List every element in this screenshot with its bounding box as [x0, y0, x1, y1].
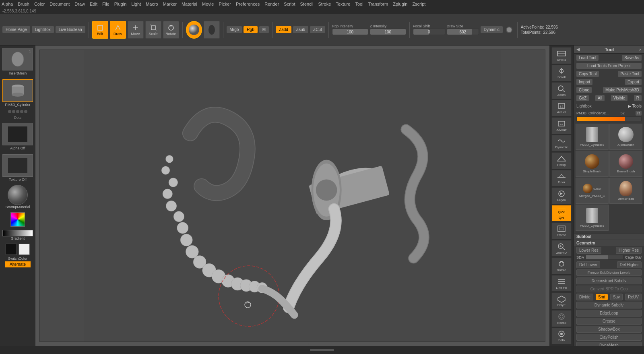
menu-draw[interactable]: Draw	[74, 2, 85, 6]
menu-tool[interactable]: Tool	[355, 2, 363, 6]
arrow-tools-label[interactable]: ▶ Tools	[628, 104, 642, 108]
menu-stroke[interactable]: Stroke	[318, 2, 331, 6]
reuv-button[interactable]: ReUV	[625, 294, 642, 300]
z-intensity-slider[interactable]: 100	[370, 29, 406, 35]
r2-button[interactable]: R	[636, 111, 642, 116]
shadowbox-button[interactable]: ShadowBox	[576, 326, 642, 333]
aahalf-button[interactable]: AA AAHalf	[551, 117, 572, 134]
alpha-thumb[interactable]	[2, 123, 33, 145]
make-polymesh-button[interactable]: Make PolyMesh3D	[603, 87, 642, 93]
live-boolean-tab-button[interactable]: Live Boolean	[56, 26, 85, 33]
viewport[interactable]	[39, 50, 545, 342]
zcut-button[interactable]: ZCut	[310, 26, 325, 33]
menu-movie[interactable]: Movie	[202, 2, 214, 6]
persp-button[interactable]: Persp	[551, 152, 572, 169]
del-higher-button[interactable]: Del Higher	[617, 261, 642, 268]
white-swatch[interactable]	[19, 244, 30, 255]
suv-button[interactable]: Suv	[610, 294, 623, 300]
actual-button[interactable]: 1:1 Actual	[551, 100, 572, 117]
ldym-button[interactable]: LDym	[551, 187, 572, 204]
claypolish-button[interactable]: ClayPolish	[576, 334, 642, 341]
collapse-icon[interactable]: ◀	[576, 47, 580, 52]
mrgb-button[interactable]: Mrgb	[227, 26, 242, 33]
alternate-button[interactable]: Alternate	[5, 261, 31, 267]
edit-button[interactable]: Edit	[92, 21, 108, 39]
higher-res-button[interactable]: Higher Res	[616, 247, 642, 254]
subtool-alphabrush[interactable]: AlphaBrush	[609, 124, 642, 150]
menu-plugin[interactable]: Plugin	[114, 2, 127, 6]
rotate-rs-button[interactable]: Rotate	[551, 257, 572, 274]
subtool-eraserbrush[interactable]: EraserBrush	[609, 151, 642, 177]
menu-edit[interactable]: Edit	[90, 2, 97, 6]
frame-button[interactable]: Frame	[551, 222, 572, 239]
bottom-scroll-bar[interactable]	[310, 349, 334, 351]
goz-button[interactable]: GoZ	[576, 95, 589, 101]
floor-button[interactable]: Floor	[551, 170, 572, 187]
subtool-simplebrush[interactable]: SimpleBrush	[576, 151, 609, 177]
spix-button[interactable]: SPix 3	[551, 47, 572, 64]
zadd-button[interactable]: Zadd	[276, 26, 291, 33]
menu-document[interactable]: Document	[50, 2, 70, 6]
rotate-button[interactable]: Rotate	[163, 21, 179, 39]
move-button[interactable]: Move	[128, 21, 144, 39]
silhouette-button[interactable]	[204, 21, 220, 39]
menu-zplugin[interactable]: Zplugin	[393, 2, 407, 6]
crease-button[interactable]: Crease	[576, 318, 642, 325]
menu-stencil[interactable]: Stencil	[300, 2, 313, 6]
texture-thumb[interactable]	[2, 154, 33, 177]
menu-marker[interactable]: Marker	[163, 2, 177, 6]
menu-preferences[interactable]: Preferences	[236, 2, 260, 6]
draw-button[interactable]: Draw	[110, 21, 126, 39]
draw-size-slider[interactable]: 602	[447, 29, 479, 35]
pm3d-cylinder-thumb[interactable]	[2, 79, 33, 102]
convert-bpr-button[interactable]: Convert BPR To Geo	[576, 286, 642, 292]
paste-tool-button[interactable]: Paste Tool	[618, 71, 642, 77]
reconstruct-subdiv-button[interactable]: Reconstruct Subdiv	[576, 277, 642, 284]
menu-transform[interactable]: Transform	[368, 2, 388, 6]
import-button[interactable]: Import	[576, 79, 592, 85]
menu-texture[interactable]: Texture	[336, 2, 350, 6]
dynamic-rs-button[interactable]: Dynamic	[551, 135, 572, 152]
m-button[interactable]: M	[259, 26, 269, 33]
menu-material[interactable]: Material	[182, 2, 197, 6]
solo-button[interactable]: Solo	[551, 328, 572, 345]
gradient-swatch[interactable]	[2, 230, 33, 236]
sdiv-slider[interactable]	[586, 255, 623, 260]
menu-color[interactable]: Color	[34, 2, 45, 6]
export-button[interactable]: Export	[625, 79, 642, 85]
rgb-intensity-slider[interactable]: 100	[332, 29, 368, 35]
material-circle-button[interactable]	[186, 21, 202, 39]
subtool-pm3d-cylinder3-2[interactable]: PM3D_Cylinder3	[576, 205, 609, 231]
scroll-button[interactable]: Scroll	[551, 65, 572, 82]
menu-brush[interactable]: Brush	[18, 2, 29, 6]
copy-tool-button[interactable]: Copy Tool	[576, 71, 599, 77]
zsub-button[interactable]: Zsub	[293, 26, 308, 33]
scale-button[interactable]: Scale	[145, 21, 161, 39]
subtool-merged[interactable]: cursor Merged_PM3D_C	[576, 178, 609, 204]
smt-button[interactable]: Smt	[596, 294, 608, 300]
menu-script[interactable]: Script	[284, 2, 295, 6]
rgb-button[interactable]: Rgb	[244, 26, 257, 33]
lower-res-button[interactable]: Lower Res	[576, 247, 601, 254]
zoomd-button[interactable]: ZoomD	[551, 240, 572, 257]
transp-button[interactable]: Transp	[551, 310, 572, 327]
subtool-demohead[interactable]: DemoHead	[609, 178, 642, 204]
r-button[interactable]: R	[634, 95, 642, 101]
close-icon[interactable]: ×	[639, 47, 642, 52]
menu-macro[interactable]: Macro	[146, 2, 158, 6]
visible-button[interactable]: Visible	[611, 95, 627, 101]
startup-material-ball[interactable]	[8, 185, 28, 205]
black-swatch[interactable]	[6, 244, 17, 255]
menu-alpha[interactable]: Alpha	[2, 2, 13, 6]
dynamic-button[interactable]: Dynamic	[481, 26, 503, 33]
qvz-button[interactable]: QVZ Qvz	[551, 205, 572, 222]
menu-zscript[interactable]: Zscript	[412, 2, 425, 6]
edgeloop-button[interactable]: EdgeLoop	[576, 310, 642, 317]
dynamic-subdiv-button[interactable]: Dynamic Subdiv	[576, 302, 642, 308]
menu-file[interactable]: File	[102, 2, 109, 6]
zoom-button[interactable]: Zoom	[551, 82, 572, 99]
load-tools-from-project-button[interactable]: Load Tools From Project	[576, 63, 642, 69]
pm3d-progress-bar[interactable]	[576, 116, 642, 121]
color-swatch[interactable]	[10, 212, 25, 227]
menu-light[interactable]: Light	[131, 2, 141, 6]
